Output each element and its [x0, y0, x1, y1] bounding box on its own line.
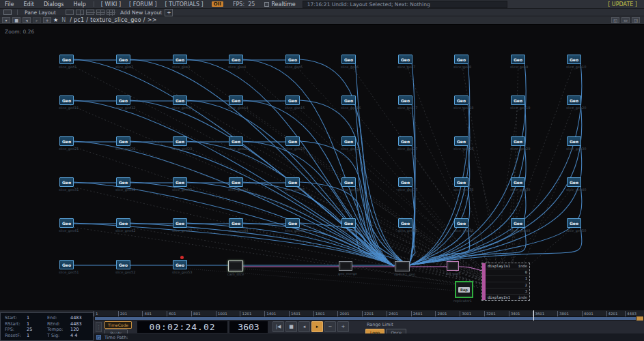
geo-comp-node[interactable]: Geo	[229, 218, 243, 228]
bookmark-star-icon[interactable]: ★	[53, 17, 58, 23]
play-button[interactable]: ▸	[311, 321, 323, 332]
geo-comp-node[interactable]: Geo	[511, 95, 525, 105]
setting-value[interactable]: 4 4	[70, 333, 89, 338]
menu-help[interactable]: Help	[69, 1, 91, 8]
menu-edit[interactable]: Edit	[18, 1, 39, 8]
step-back-button[interactable]: −	[324, 321, 336, 332]
add-button[interactable]: +	[43, 17, 51, 23]
add-layout-plus-button[interactable]: +	[165, 9, 173, 16]
pane-split-icon[interactable]: ◱	[611, 17, 619, 23]
geo-comp-node[interactable]: Geo	[398, 218, 412, 228]
setting-value[interactable]: 25	[27, 327, 47, 332]
menu-dialogs[interactable]: Dialogs	[39, 1, 69, 8]
geo-comp-node[interactable]: Geo	[173, 177, 187, 187]
nav-back-button[interactable]: ◂	[23, 17, 31, 23]
geo-comp-node[interactable]: Geo	[341, 136, 356, 146]
geo-comp-node[interactable]: Geo	[285, 177, 300, 187]
geo-comp-node[interactable]: Geo	[116, 260, 130, 269]
render-flag-indicator[interactable]	[180, 256, 184, 259]
geo-comp-node[interactable]: Geo	[511, 177, 525, 187]
geo-comp-node[interactable]: Geo	[341, 177, 356, 187]
geo-comp-node[interactable]: Geo	[285, 136, 300, 146]
oii-badge[interactable]: OII	[212, 1, 223, 7]
geo-comp-node[interactable]: Geo	[229, 55, 243, 64]
geo-comp-node[interactable]: Geo	[454, 136, 468, 146]
forum-link[interactable]: [ FORUM ]	[125, 1, 161, 8]
geo-comp-node[interactable]: Geo	[173, 260, 187, 269]
window-layout-icon[interactable]	[3, 10, 12, 15]
pane-maximize-icon[interactable]: ▭	[621, 17, 630, 23]
nav-forward-button[interactable]: ▸	[33, 17, 41, 23]
geo-comp-node[interactable]: Geo	[285, 95, 300, 105]
layout-preset-icon[interactable]	[86, 10, 94, 15]
update-link[interactable]: [ UPDATE ]	[608, 1, 637, 8]
geo-comp-node[interactable]: Geo	[567, 95, 581, 105]
switch-node[interactable]	[395, 261, 410, 271]
geo-comp-node[interactable]: Geo	[173, 55, 187, 64]
geo-comp-node[interactable]: Geo	[116, 55, 130, 64]
geo-comp-node[interactable]: Geo	[567, 177, 581, 187]
geo-comp-node[interactable]: Geo	[567, 55, 581, 64]
geo-comp-node[interactable]: Geo	[59, 136, 74, 146]
geo-comp-node[interactable]: Geo	[454, 55, 468, 64]
geo-comp-node[interactable]: Geo	[398, 136, 412, 146]
geo-comp-node[interactable]: Geo	[398, 177, 412, 187]
geo-comp-node[interactable]: Geo	[398, 95, 412, 105]
layout-preset-icon[interactable]	[66, 10, 74, 15]
setting-value[interactable]: 4483	[70, 315, 89, 321]
geo-comp-node[interactable]: Geo	[341, 218, 356, 228]
pause-button[interactable]: ■	[285, 321, 297, 332]
realtime-checkbox-icon[interactable]	[264, 2, 269, 7]
geo-comp-node[interactable]: Geo	[59, 55, 74, 64]
dat-table-viewer[interactable]: display1s1inde0123display2s1inde	[481, 263, 530, 301]
setting-value[interactable]: 1	[27, 333, 47, 338]
panel-grip[interactable]: ⋮	[96, 322, 102, 332]
geo-comp-node[interactable]: Geo	[285, 218, 300, 228]
dropdown-arrow-button[interactable]: ▾	[2, 17, 10, 23]
geo-comp-node[interactable]: Geo	[398, 55, 412, 64]
geo-comp-node[interactable]: Geo	[173, 95, 187, 105]
geo-comp-node[interactable]: Geo	[341, 55, 356, 64]
geo-comp-node[interactable]: Geo	[173, 136, 187, 146]
geo-comp-node[interactable]: Geo	[59, 260, 74, 269]
play-reverse-button[interactable]: ◂	[298, 321, 310, 332]
wiki-link[interactable]: [ WIKI ]	[97, 1, 125, 8]
setting-value[interactable]: 1	[27, 321, 47, 327]
geo-comp-node[interactable]: Geo	[59, 218, 74, 228]
timecode-mode-button[interactable]: TimeCode	[104, 321, 132, 329]
geo-comp-node[interactable]: Geo	[173, 218, 187, 228]
dat-operator-node[interactable]	[447, 261, 459, 271]
setting-value[interactable]: 1	[27, 315, 47, 321]
step-forward-button[interactable]: +	[337, 321, 349, 332]
geo-comp-node[interactable]: Geo	[229, 95, 243, 105]
selected-operator-node[interactable]	[228, 261, 243, 271]
setting-value[interactable]: 4483	[70, 321, 89, 327]
geo-comp-node[interactable]: Geo	[454, 177, 468, 187]
geo-comp-node[interactable]: Geo	[511, 218, 525, 228]
layout-preset-icon[interactable]	[76, 10, 84, 15]
setting-value[interactable]: 120	[70, 327, 89, 332]
geo-comp-node[interactable]: Geo	[116, 95, 130, 105]
time-path-icon[interactable]: ✓	[96, 335, 101, 340]
layout-preset-icon[interactable]	[107, 10, 115, 15]
geo-comp-node[interactable]: Geo	[229, 136, 243, 146]
network-path-breadcrumb[interactable]: / pc1 / texture_slice_geo / >>	[70, 17, 157, 23]
network-editor[interactable]: Zoom: 0.26 Geoslice_geo1Geoslice_geo2Geo…	[0, 25, 644, 310]
geo-comp-node[interactable]: Geo	[454, 95, 468, 105]
geo-comp-node[interactable]: Geo	[285, 55, 300, 64]
geo-comp-node[interactable]: Geo	[341, 95, 356, 105]
add-new-layout-label[interactable]: Add New Layout	[120, 10, 162, 16]
playhead[interactable]	[533, 310, 534, 321]
replicator-node-current[interactable]: Rep	[455, 281, 473, 298]
geo-comp-node[interactable]: Geo	[229, 177, 243, 187]
geo-comp-node[interactable]: Geo	[116, 177, 130, 187]
realtime-toggle[interactable]: Realtime	[264, 1, 295, 8]
geo-comp-node[interactable]: Geo	[511, 55, 525, 64]
geo-comp-node[interactable]: Geo	[511, 136, 525, 146]
tutorials-link[interactable]: [ TUTORIALS ]	[161, 1, 208, 8]
geo-comp-node[interactable]: Geo	[454, 218, 468, 228]
menu-file[interactable]: File	[0, 1, 18, 8]
stop-button[interactable]: ■	[12, 17, 20, 23]
geo-comp-node[interactable]: Geo	[59, 95, 74, 105]
geo-comp-node[interactable]: Geo	[567, 136, 581, 146]
